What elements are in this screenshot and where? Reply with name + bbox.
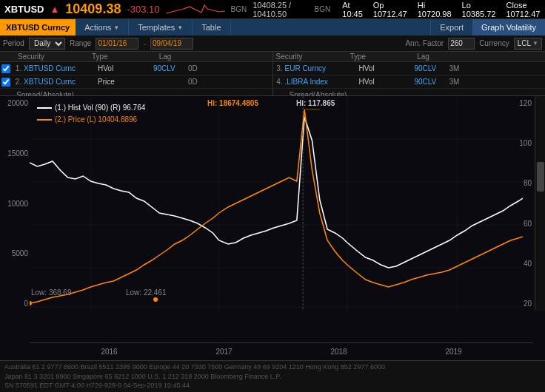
- nav-actions[interactable]: Actions ▼: [76, 19, 129, 36]
- sec-left-half: Security Type Lag 1. XBTUSD Curnc HVol 9…: [0, 52, 273, 95]
- sec-right-header: Security Type Lag: [273, 52, 546, 62]
- nav-logo: XBTUSD Curncy: [0, 19, 76, 36]
- ticker-op: Op 10712.47: [373, 1, 407, 18]
- nav-bar: XBTUSD Curncy Actions ▼ Templates ▼ Tabl…: [0, 19, 545, 36]
- sec-row2-checkbox[interactable]: [1, 78, 10, 87]
- sec-row3-num: 3.: [275, 64, 285, 72]
- legend-white-line: [37, 107, 52, 109]
- sec-row1-name: XBTUSD Curnc: [24, 64, 98, 72]
- sec-header-type-r: Type: [349, 53, 386, 61]
- ticker-sparkline: [166, 3, 225, 16]
- x-year-2016: 2016: [101, 348, 117, 356]
- sec-row2-name: XBTUSD Curnc: [24, 78, 98, 86]
- footer: Australia 61 2 9777 8600 Brazil 5511 239…: [0, 360, 545, 392]
- sec-row2-lag-d: 0D: [188, 78, 210, 86]
- sec-header-security-r: Security: [275, 53, 349, 61]
- ticker-source2: BGN: [315, 5, 331, 13]
- sec-right-half: Security Type Lag 3. EUR Curncy HVol 90 …: [273, 52, 546, 95]
- sec-header-lag: Lag: [127, 53, 203, 61]
- legend-item-2: (2.) Price (L) 10404.8896: [37, 114, 145, 126]
- sec-row3-lag-val: 90: [396, 64, 423, 72]
- x-axis: 2016 2017 2018 2019: [30, 342, 533, 360]
- sec-row-1: 1. XBTUSD Curnc HVol 90 CLV 0D: [0, 62, 272, 75]
- nav-spacer: [231, 19, 431, 36]
- ann-label: Ann. Factor: [405, 39, 444, 47]
- nav-graph-vol[interactable]: Graph Volatility: [472, 19, 545, 36]
- ticker-symbol: XBTUSD: [4, 4, 44, 15]
- x-year-2018: 2018: [330, 348, 347, 356]
- sec-row-2: 2. XBTUSD Curnc Price 0D: [0, 75, 272, 89]
- sec-row2-num: 2.: [13, 78, 24, 86]
- scrollbar[interactable]: [535, 96, 545, 311]
- ticker-lo: Lo 10385.72: [462, 1, 496, 18]
- sec-row3-lag-unit: CLV: [423, 64, 449, 72]
- currency-value[interactable]: LCL ▼: [514, 38, 542, 50]
- sec-row-3: 3. EUR Curncy HVol 90 CLV 3M: [273, 62, 546, 75]
- sec-row4-lag-unit: CLV: [423, 78, 449, 86]
- period-select[interactable]: Daily: [29, 38, 65, 50]
- legend-1-label: (1.) Hist Vol (90) (R) 96.764: [55, 102, 145, 114]
- sec-row1-type: HVol: [98, 64, 135, 72]
- hvol-line: [30, 117, 523, 268]
- sec-row1-lag-unit: CLV: [161, 64, 188, 72]
- x-year-2017: 2017: [215, 348, 232, 356]
- ticker-bar: XBTUSD ▲ 10409.38 -303.10 BGN 10408.25 /…: [0, 0, 545, 19]
- ticker-change: -303.10: [127, 4, 159, 15]
- chart-legend: (1.) Hist Vol (90) (R) 96.764 (2.) Price…: [37, 102, 145, 126]
- currency-label: Currency: [479, 39, 509, 47]
- low1-dot: [30, 301, 32, 305]
- sec-left-header: Security Type Lag: [0, 52, 272, 62]
- ann-factor-input[interactable]: [448, 38, 475, 50]
- chart-lo2-label: Low: 22.461: [126, 288, 167, 297]
- nav-table[interactable]: Table: [193, 19, 230, 36]
- ticker-source: BGN: [231, 5, 247, 13]
- footer-line3: SN 570591 EDT GMT-4:00 H729-928-0 04-Sep…: [4, 381, 541, 391]
- scroll-thumb[interactable]: [537, 162, 544, 192]
- sec-header-security: Security: [16, 53, 90, 61]
- sec-row4-lag-val: 90: [396, 78, 423, 86]
- sec-row3-type: HVol: [359, 64, 396, 72]
- controls-bar: Period Daily Range - Ann. Factor Currenc…: [0, 36, 545, 52]
- nav-actions-arrow: ▼: [113, 24, 119, 31]
- chart-hi-label: Hi: 18674.4805: [207, 99, 258, 107]
- sec-row1-lag-val: 90: [135, 64, 161, 72]
- range-label: Range: [70, 39, 91, 47]
- date-from-input[interactable]: [96, 38, 138, 50]
- ticker-hi: Hi 10720.98: [418, 1, 452, 18]
- ticker-close: Close 10712.47: [506, 1, 541, 18]
- sec-row2-type: Price: [98, 78, 135, 86]
- x-year-2019: 2019: [445, 348, 461, 356]
- sec-row4-name: .LIBRA Index: [285, 78, 359, 86]
- ticker-bid-ask: 10408.25 / 10410.50: [253, 1, 308, 18]
- chart-lo1-label: Low: 368.69: [31, 288, 72, 297]
- sec-row4-lag-d: 3M: [449, 78, 472, 86]
- legend-2-label: (2.) Price (L) 10404.8896: [55, 114, 137, 126]
- sec-row3-lag-d: 3M: [449, 64, 472, 72]
- sec-row1-lag-d: 0D: [188, 64, 210, 72]
- sec-row4-num: 4.: [275, 78, 285, 86]
- up-arrow: ▲: [50, 4, 59, 15]
- chart-area: 20000 15000 10000 5000 0 120 100 80 60 4…: [0, 96, 545, 360]
- ticker-at: At 10:45: [342, 1, 363, 18]
- sec-row1-checkbox[interactable]: [1, 64, 10, 73]
- nav-templates[interactable]: Templates ▼: [129, 19, 193, 36]
- main-container: XBTUSD ▲ 10409.38 -303.10 BGN 10408.25 /…: [0, 0, 545, 392]
- sec-row1-num: 1.: [13, 64, 24, 72]
- legend-orange-line: [37, 119, 52, 121]
- footer-line2: Japan 81 3 3201 8900 Singapore 65 6212 1…: [4, 372, 541, 382]
- ticker-price: 10409.38: [65, 1, 121, 17]
- currency-arrow: ▼: [532, 40, 538, 47]
- chart-hi2-label: Hi: 117.865: [296, 99, 335, 107]
- nav-export[interactable]: Export: [430, 19, 472, 36]
- chart-svg: [30, 96, 523, 311]
- ticker-details: At 10:45 Op 10712.47 Hi 10720.98 Lo 1038…: [342, 1, 541, 18]
- legend-item-1: (1.) Hist Vol (90) (R) 96.764: [37, 102, 145, 114]
- sec-header-lag-r: Lag: [386, 53, 461, 61]
- low2-dot: [153, 297, 158, 302]
- sec-row-4: 4. .LIBRA Index HVol 90 CLV 3M: [273, 75, 546, 89]
- sec-header-type: Type: [90, 53, 127, 61]
- sec-row4-type: HVol: [359, 78, 396, 86]
- date-separator: -: [143, 39, 146, 48]
- y-axis-left: 20000 15000 10000 5000 0: [0, 96, 30, 311]
- date-to-input[interactable]: [150, 38, 193, 50]
